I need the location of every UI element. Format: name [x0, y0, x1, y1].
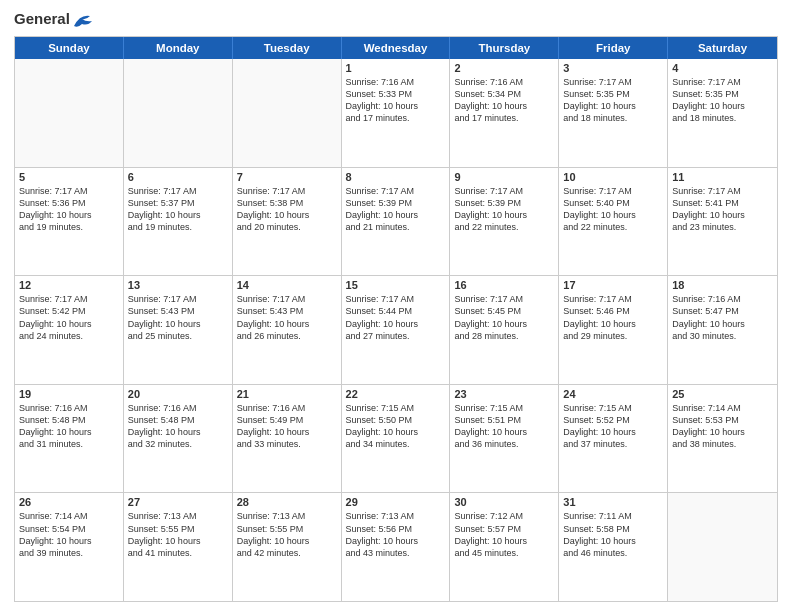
- day-info: Sunrise: 7:17 AM Sunset: 5:39 PM Dayligh…: [346, 185, 446, 234]
- empty-cell: [124, 59, 233, 167]
- day-cell-1: 1Sunrise: 7:16 AM Sunset: 5:33 PM Daylig…: [342, 59, 451, 167]
- logo-text-line1: General: [14, 10, 94, 28]
- day-info: Sunrise: 7:15 AM Sunset: 5:52 PM Dayligh…: [563, 402, 663, 451]
- day-info: Sunrise: 7:17 AM Sunset: 5:35 PM Dayligh…: [563, 76, 663, 125]
- day-info: Sunrise: 7:16 AM Sunset: 5:34 PM Dayligh…: [454, 76, 554, 125]
- weekday-header-thursday: Thursday: [450, 37, 559, 59]
- empty-cell: [15, 59, 124, 167]
- day-info: Sunrise: 7:16 AM Sunset: 5:49 PM Dayligh…: [237, 402, 337, 451]
- day-info: Sunrise: 7:16 AM Sunset: 5:33 PM Dayligh…: [346, 76, 446, 125]
- day-info: Sunrise: 7:13 AM Sunset: 5:55 PM Dayligh…: [237, 510, 337, 559]
- weekday-header-friday: Friday: [559, 37, 668, 59]
- day-number: 15: [346, 279, 446, 291]
- day-number: 30: [454, 496, 554, 508]
- day-info: Sunrise: 7:17 AM Sunset: 5:46 PM Dayligh…: [563, 293, 663, 342]
- day-number: 17: [563, 279, 663, 291]
- day-info: Sunrise: 7:14 AM Sunset: 5:54 PM Dayligh…: [19, 510, 119, 559]
- page-container: General SundayMondayTuesdayWednesdayThur…: [0, 0, 792, 612]
- day-number: 4: [672, 62, 773, 74]
- day-info: Sunrise: 7:16 AM Sunset: 5:48 PM Dayligh…: [19, 402, 119, 451]
- day-number: 29: [346, 496, 446, 508]
- day-number: 26: [19, 496, 119, 508]
- weekday-header-wednesday: Wednesday: [342, 37, 451, 59]
- header: General: [14, 10, 778, 28]
- logo: General: [14, 10, 94, 28]
- day-cell-27: 27Sunrise: 7:13 AM Sunset: 5:55 PM Dayli…: [124, 493, 233, 601]
- day-number: 14: [237, 279, 337, 291]
- day-number: 20: [128, 388, 228, 400]
- day-cell-17: 17Sunrise: 7:17 AM Sunset: 5:46 PM Dayli…: [559, 276, 668, 384]
- day-number: 19: [19, 388, 119, 400]
- day-cell-5: 5Sunrise: 7:17 AM Sunset: 5:36 PM Daylig…: [15, 168, 124, 276]
- day-cell-2: 2Sunrise: 7:16 AM Sunset: 5:34 PM Daylig…: [450, 59, 559, 167]
- day-info: Sunrise: 7:17 AM Sunset: 5:36 PM Dayligh…: [19, 185, 119, 234]
- day-cell-15: 15Sunrise: 7:17 AM Sunset: 5:44 PM Dayli…: [342, 276, 451, 384]
- day-number: 21: [237, 388, 337, 400]
- day-info: Sunrise: 7:16 AM Sunset: 5:47 PM Dayligh…: [672, 293, 773, 342]
- day-info: Sunrise: 7:14 AM Sunset: 5:53 PM Dayligh…: [672, 402, 773, 451]
- logo-bird-icon: [72, 12, 94, 28]
- day-info: Sunrise: 7:17 AM Sunset: 5:39 PM Dayligh…: [454, 185, 554, 234]
- day-number: 25: [672, 388, 773, 400]
- day-cell-19: 19Sunrise: 7:16 AM Sunset: 5:48 PM Dayli…: [15, 385, 124, 493]
- day-info: Sunrise: 7:13 AM Sunset: 5:55 PM Dayligh…: [128, 510, 228, 559]
- day-cell-12: 12Sunrise: 7:17 AM Sunset: 5:42 PM Dayli…: [15, 276, 124, 384]
- day-number: 12: [19, 279, 119, 291]
- day-number: 13: [128, 279, 228, 291]
- calendar-row-5: 26Sunrise: 7:14 AM Sunset: 5:54 PM Dayli…: [15, 492, 777, 601]
- day-info: Sunrise: 7:17 AM Sunset: 5:43 PM Dayligh…: [237, 293, 337, 342]
- day-cell-29: 29Sunrise: 7:13 AM Sunset: 5:56 PM Dayli…: [342, 493, 451, 601]
- day-number: 10: [563, 171, 663, 183]
- day-number: 22: [346, 388, 446, 400]
- day-cell-16: 16Sunrise: 7:17 AM Sunset: 5:45 PM Dayli…: [450, 276, 559, 384]
- day-info: Sunrise: 7:17 AM Sunset: 5:42 PM Dayligh…: [19, 293, 119, 342]
- day-info: Sunrise: 7:17 AM Sunset: 5:37 PM Dayligh…: [128, 185, 228, 234]
- day-cell-3: 3Sunrise: 7:17 AM Sunset: 5:35 PM Daylig…: [559, 59, 668, 167]
- day-cell-23: 23Sunrise: 7:15 AM Sunset: 5:51 PM Dayli…: [450, 385, 559, 493]
- day-info: Sunrise: 7:11 AM Sunset: 5:58 PM Dayligh…: [563, 510, 663, 559]
- empty-cell: [233, 59, 342, 167]
- weekday-header-sunday: Sunday: [15, 37, 124, 59]
- day-cell-10: 10Sunrise: 7:17 AM Sunset: 5:40 PM Dayli…: [559, 168, 668, 276]
- day-info: Sunrise: 7:15 AM Sunset: 5:51 PM Dayligh…: [454, 402, 554, 451]
- weekday-header-saturday: Saturday: [668, 37, 777, 59]
- day-number: 3: [563, 62, 663, 74]
- day-number: 5: [19, 171, 119, 183]
- day-cell-13: 13Sunrise: 7:17 AM Sunset: 5:43 PM Dayli…: [124, 276, 233, 384]
- day-cell-24: 24Sunrise: 7:15 AM Sunset: 5:52 PM Dayli…: [559, 385, 668, 493]
- day-number: 9: [454, 171, 554, 183]
- day-number: 6: [128, 171, 228, 183]
- day-number: 7: [237, 171, 337, 183]
- day-cell-8: 8Sunrise: 7:17 AM Sunset: 5:39 PM Daylig…: [342, 168, 451, 276]
- day-cell-11: 11Sunrise: 7:17 AM Sunset: 5:41 PM Dayli…: [668, 168, 777, 276]
- day-number: 1: [346, 62, 446, 74]
- day-info: Sunrise: 7:17 AM Sunset: 5:44 PM Dayligh…: [346, 293, 446, 342]
- calendar-row-4: 19Sunrise: 7:16 AM Sunset: 5:48 PM Dayli…: [15, 384, 777, 493]
- day-cell-30: 30Sunrise: 7:12 AM Sunset: 5:57 PM Dayli…: [450, 493, 559, 601]
- day-info: Sunrise: 7:17 AM Sunset: 5:43 PM Dayligh…: [128, 293, 228, 342]
- day-cell-9: 9Sunrise: 7:17 AM Sunset: 5:39 PM Daylig…: [450, 168, 559, 276]
- day-info: Sunrise: 7:12 AM Sunset: 5:57 PM Dayligh…: [454, 510, 554, 559]
- weekday-header-monday: Monday: [124, 37, 233, 59]
- day-number: 11: [672, 171, 773, 183]
- day-info: Sunrise: 7:16 AM Sunset: 5:48 PM Dayligh…: [128, 402, 228, 451]
- day-info: Sunrise: 7:15 AM Sunset: 5:50 PM Dayligh…: [346, 402, 446, 451]
- day-number: 18: [672, 279, 773, 291]
- day-number: 28: [237, 496, 337, 508]
- calendar-body: 1Sunrise: 7:16 AM Sunset: 5:33 PM Daylig…: [15, 59, 777, 601]
- day-cell-4: 4Sunrise: 7:17 AM Sunset: 5:35 PM Daylig…: [668, 59, 777, 167]
- day-number: 8: [346, 171, 446, 183]
- calendar: SundayMondayTuesdayWednesdayThursdayFrid…: [14, 36, 778, 602]
- day-cell-28: 28Sunrise: 7:13 AM Sunset: 5:55 PM Dayli…: [233, 493, 342, 601]
- day-info: Sunrise: 7:17 AM Sunset: 5:38 PM Dayligh…: [237, 185, 337, 234]
- day-info: Sunrise: 7:17 AM Sunset: 5:41 PM Dayligh…: [672, 185, 773, 234]
- calendar-header: SundayMondayTuesdayWednesdayThursdayFrid…: [15, 37, 777, 59]
- day-number: 27: [128, 496, 228, 508]
- day-cell-22: 22Sunrise: 7:15 AM Sunset: 5:50 PM Dayli…: [342, 385, 451, 493]
- day-info: Sunrise: 7:17 AM Sunset: 5:35 PM Dayligh…: [672, 76, 773, 125]
- day-cell-26: 26Sunrise: 7:14 AM Sunset: 5:54 PM Dayli…: [15, 493, 124, 601]
- day-cell-7: 7Sunrise: 7:17 AM Sunset: 5:38 PM Daylig…: [233, 168, 342, 276]
- day-number: 24: [563, 388, 663, 400]
- calendar-row-2: 5Sunrise: 7:17 AM Sunset: 5:36 PM Daylig…: [15, 167, 777, 276]
- day-cell-31: 31Sunrise: 7:11 AM Sunset: 5:58 PM Dayli…: [559, 493, 668, 601]
